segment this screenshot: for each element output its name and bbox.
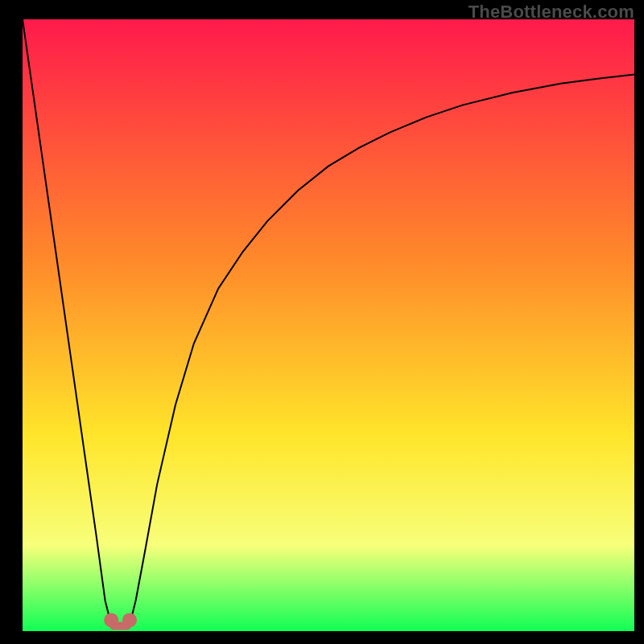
optimal-marker-lobe [104,613,118,627]
gradient-background [23,19,634,631]
chart-frame: TheBottleneck.com [0,0,644,644]
plot-svg [23,19,634,631]
optimal-marker-lobe [122,613,137,627]
site-watermark: TheBottleneck.com [469,2,634,23]
plot-area [23,19,634,631]
